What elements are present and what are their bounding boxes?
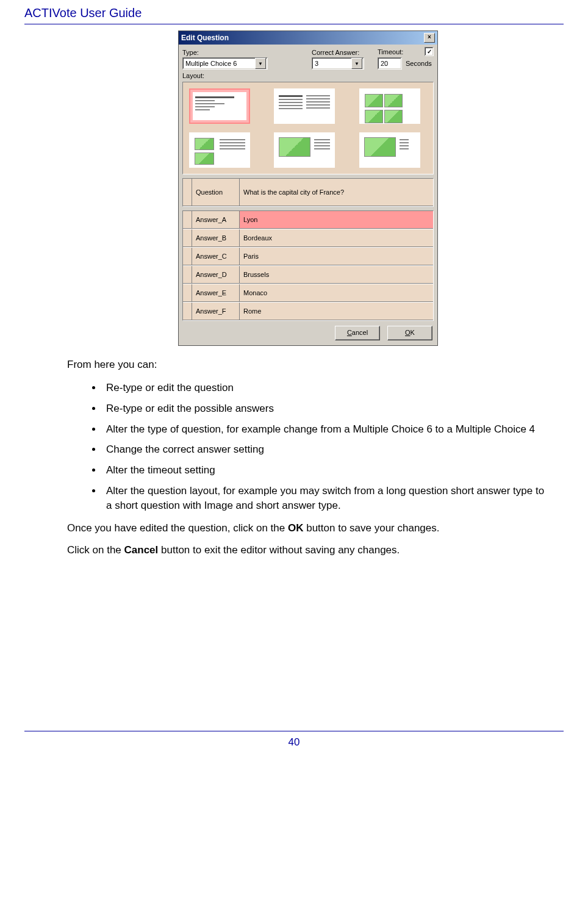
answer-input[interactable]: Rome (240, 303, 433, 320)
answer-input[interactable]: Bordeaux (240, 229, 433, 246)
question-label: Question (192, 179, 240, 206)
answer-label: Answer_F (192, 303, 240, 320)
answer-row: Answer_ALyon (183, 211, 433, 229)
type-label: Type: (182, 49, 268, 56)
layout-option-1[interactable] (189, 88, 250, 124)
answer-label: Answer_C (192, 248, 240, 265)
type-select[interactable]: Multiple Choice 6 ▼ (182, 57, 268, 70)
layout-option-4[interactable] (189, 132, 250, 168)
correct-answer-label: Correct Answer: (312, 49, 364, 56)
bullet-item: Re-type or edit the possible answers (102, 401, 549, 416)
answer-row: Answer_CParis (183, 247, 433, 265)
question-panel: Question What is the capital city of Fra… (182, 178, 434, 207)
timeout-label: Timeout: (378, 48, 403, 56)
seconds-label: Seconds (406, 60, 432, 67)
answer-input[interactable]: Brussels (240, 266, 433, 283)
bullet-list: Re-type or edit the questionRe-type or e… (67, 381, 549, 513)
cancel-button[interactable]: Cancel (335, 326, 380, 340)
intro-text: From here you can: (67, 358, 549, 372)
dialog-title: Edit Question (181, 34, 229, 42)
answers-panel: Answer_ALyonAnswer_BBordeauxAnswer_CPari… (182, 210, 434, 321)
page-header: ACTIVote User Guide (24, 6, 564, 24)
timeout-value: 20 (381, 60, 388, 67)
paragraph-cancel: Click on the Cancel button to exit the e… (67, 544, 549, 558)
chevron-down-icon[interactable]: ▼ (351, 58, 362, 69)
answer-label: Answer_A (192, 211, 240, 228)
bullet-item: Alter the question layout, for example y… (102, 484, 549, 513)
ok-button[interactable]: OK (387, 326, 432, 340)
answer-input[interactable]: Monaco (240, 284, 433, 301)
answer-row: Answer_DBrussels (183, 265, 433, 284)
correct-answer-value: 3 (315, 60, 351, 67)
edit-question-dialog: Edit Question × Type: Multiple Choice 6 … (178, 31, 438, 346)
answer-input[interactable]: Lyon (240, 211, 433, 228)
bullet-item: Alter the timeout setting (102, 463, 549, 478)
answer-input[interactable]: Paris (240, 248, 433, 265)
layout-label: Layout: (182, 72, 434, 79)
question-input[interactable]: What is the capital city of France? (240, 179, 433, 206)
layout-option-6[interactable] (359, 132, 420, 168)
footer-rule (24, 731, 564, 731)
layout-option-3[interactable] (359, 88, 420, 124)
answer-row: Answer_EMonaco (183, 284, 433, 302)
chevron-down-icon[interactable]: ▼ (255, 58, 266, 69)
layout-option-5[interactable] (274, 132, 335, 168)
answer-label: Answer_E (192, 284, 240, 301)
answer-label: Answer_B (192, 229, 240, 246)
dialog-titlebar: Edit Question × (179, 31, 437, 45)
layout-options (182, 82, 434, 174)
answer-row: Answer_BBordeaux (183, 229, 433, 247)
type-value: Multiple Choice 6 (185, 60, 255, 67)
paragraph-ok: Once you have edited the question, click… (67, 522, 549, 536)
answer-row: Answer_FRome (183, 302, 433, 320)
bullet-item: Alter the type of question, for example … (102, 422, 549, 437)
correct-answer-select[interactable]: 3 ▼ (312, 57, 364, 70)
timeout-input[interactable]: 20 (378, 57, 402, 70)
bullet-item: Change the correct answer setting (102, 442, 549, 457)
close-icon[interactable]: × (424, 33, 435, 43)
answer-label: Answer_D (192, 266, 240, 283)
page-number: 40 (24, 736, 564, 749)
timeout-checkbox[interactable]: ✓ (425, 47, 434, 56)
layout-option-2[interactable] (274, 88, 335, 124)
header-rule (24, 24, 564, 24)
bullet-item: Re-type or edit the question (102, 381, 549, 395)
